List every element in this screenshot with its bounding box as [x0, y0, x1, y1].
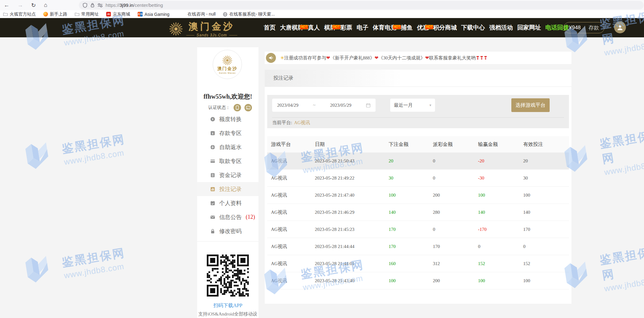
- bookmark-label: 火狐官方站点: [10, 12, 36, 17]
- qr-download-link[interactable]: 扫码下载APP: [197, 302, 258, 309]
- nav-item[interactable]: 积分商城: [431, 24, 459, 32]
- valid-bet-cell: 0: [519, 244, 569, 249]
- bookmark-item[interactable]: 常用网址: [75, 12, 99, 17]
- sidebar-item-deposit[interactable]: ¥存款专区: [197, 126, 258, 140]
- nav-item-label: 下载中心: [461, 24, 485, 31]
- platform-cell: AG视讯: [267, 158, 311, 164]
- nav-item[interactable]: 大唐棋牌HOT: [278, 24, 306, 32]
- platform-cell: AG视讯: [267, 175, 311, 181]
- nav-item[interactable]: 强档活动: [487, 24, 515, 32]
- bookmark-label: 在线客服系统- 聊天窗...: [229, 12, 275, 17]
- notice-text: ✳注册成功首存可参与❤《新手开户豪礼888》❤《30天内十二项成就》❤联系客服拿…: [280, 55, 488, 61]
- sidebar-item-lock[interactable]: 修改密码: [197, 224, 258, 238]
- date-range-input[interactable]: 2023/04/29 ~ 2023/05/29: [272, 99, 376, 112]
- nav-item[interactable]: 首页: [262, 24, 278, 32]
- payout-cell: 0: [429, 175, 474, 181]
- bet-amount-cell: 20: [385, 158, 429, 164]
- winloss-cell: 100: [474, 278, 519, 283]
- bet-amount-cell: 170: [385, 227, 429, 232]
- valid-bet-cell: 140: [519, 210, 569, 215]
- sidebar-item-label: 资金记录: [219, 171, 242, 179]
- bookmark-item[interactable]: 火狐官方站点: [3, 12, 36, 17]
- platform-cell: AG视讯: [267, 278, 311, 284]
- sidebar-item-label: 个人资料: [219, 199, 242, 207]
- phone-cert-icon[interactable]: [234, 104, 241, 111]
- nav-item[interactable]: 优惠HOT: [415, 24, 431, 32]
- valid-bet-cell: 100: [519, 278, 569, 283]
- watermark-url: www.jhdb8.com: [604, 158, 644, 177]
- back-button[interactable]: ←: [4, 2, 9, 8]
- notice-segment: ❣❣❣: [476, 55, 488, 60]
- sidebar-item-label: 自助返水: [219, 143, 242, 151]
- watermark-url: www.jhdb8.com: [604, 274, 644, 293]
- sidebar-item-betting-record[interactable]: 投注记录: [197, 182, 258, 196]
- sidebar-item-label: 修改密码: [219, 227, 242, 235]
- sidebar-item-profile[interactable]: 个人资料: [197, 196, 258, 210]
- table-row: AG视讯2023-05-28 21:47:40100200100100: [267, 187, 569, 204]
- protections-toggle-icon[interactable]: [97, 3, 103, 7]
- nav-item[interactable]: 真人: [306, 24, 322, 32]
- watermark-logo-icon: [21, 251, 63, 290]
- date-cell: 2023-05-28 21:43:40: [311, 278, 385, 283]
- nav-item-label: 首页: [264, 24, 276, 31]
- nav-item[interactable]: 彩票: [338, 24, 354, 32]
- watermark-url: www.jhdb8.com: [604, 39, 644, 58]
- qr-support-note: 支持iOS&Android全部移动设备: [197, 311, 258, 318]
- reload-button[interactable]: ↻: [31, 2, 36, 9]
- bookmark-item[interactable]: AGAsia Gaming: [138, 12, 169, 17]
- nav-item[interactable]: 电子: [354, 24, 371, 32]
- profile-icon: [210, 201, 215, 206]
- platform-cell: AG视讯: [267, 209, 311, 215]
- address-bar[interactable]: https://3j99.in/center/betting: [79, 1, 644, 9]
- deposit-button[interactable]: 存款: [589, 24, 599, 31]
- nav-item[interactable]: 棋牌HOT: [322, 24, 338, 32]
- notice-segment: 注册成功首存可参与: [284, 55, 326, 60]
- balance-amount: ¥948: [569, 25, 581, 31]
- forward-button[interactable]: →: [17, 2, 23, 8]
- folder-icon: [75, 12, 79, 16]
- watermark: 鉴黑担保网www.jhdb8.com: [21, 241, 129, 290]
- bookmark-item[interactable]: 新手上路: [43, 12, 67, 17]
- watermark-url: www.jhdb8.com: [63, 261, 128, 280]
- card-cert-icon[interactable]: [244, 104, 252, 111]
- user-avatar[interactable]: [614, 21, 626, 33]
- person-icon: [617, 24, 623, 31]
- site-logo[interactable]: 澳门金沙 Sands 3Js.Com: [169, 20, 237, 37]
- sidebar-item-message[interactable]: 信息公告(12): [197, 210, 258, 224]
- betting-table: 游戏平台日期下注金额派彩金额输赢金额有效投注AG视讯2023-05-28 21:…: [267, 136, 569, 289]
- table-row: AG视讯2023-05-28 21:46:29140280140140: [267, 204, 569, 221]
- payout-cell: 312: [429, 261, 474, 266]
- nav-item[interactable]: 捕鱼: [399, 24, 415, 32]
- sidebar-item-withdraw[interactable]: 取款专区: [197, 154, 258, 168]
- date-range-select[interactable]: 最近一月 ▾: [390, 99, 435, 112]
- nav-item-label: 回家网址: [517, 24, 541, 31]
- sidebar: 澳门金沙 Sands Macao ffhw55wh,欢迎您! 认证状态： ¥额度…: [197, 47, 258, 318]
- filter-panel: 2023/04/29 ~ 2023/05/29 最近一月 ▾ 选择游戏平台 当前…: [267, 95, 569, 128]
- calendar-icon: [366, 103, 371, 108]
- sidebar-item-rebate[interactable]: 自助返水: [197, 140, 258, 154]
- nav-item[interactable]: 下载中心: [459, 24, 487, 32]
- platform-cell: AG视讯: [267, 244, 311, 250]
- sidebar-item-label: 额度转换: [219, 115, 242, 123]
- nav-item-label: 积分商城: [433, 24, 457, 31]
- bookmark-label: 常用网址: [81, 12, 99, 17]
- bookmarks-bar: 火狐官方站点新手上路常用网址JD京东商城AGAsia Gaming在线咨询 - …: [0, 10, 644, 18]
- nav-item[interactable]: 回家网址: [515, 24, 543, 32]
- home-button[interactable]: ⌂: [44, 2, 47, 8]
- site-header: 澳门金沙 Sands 3Js.Com 首页大唐棋牌HOT真人棋牌HOT彩票电子体…: [0, 18, 644, 37]
- watermark-title: 鉴黑担保网: [599, 243, 644, 283]
- sidebar-item-exchange[interactable]: ¥额度转换: [197, 112, 258, 126]
- nav-item[interactable]: 体育电竞HOT: [371, 24, 399, 32]
- bookmark-item[interactable]: JD京东商城: [106, 12, 130, 17]
- sidebar-item-label: 取款专区: [219, 157, 242, 165]
- betting-record-icon: [210, 187, 215, 192]
- nav-item-label: 电子: [357, 24, 368, 31]
- notice-segment: ❤: [326, 55, 330, 60]
- payout-cell: 0: [429, 158, 474, 164]
- platform-cell: AG视讯: [267, 192, 311, 198]
- bookmark-item[interactable]: 在线咨询 - null: [187, 12, 215, 17]
- balance-deposit-pill[interactable]: ¥948 存款: [564, 22, 604, 33]
- choose-platform-button[interactable]: 选择游戏平台: [511, 98, 550, 112]
- bookmark-item[interactable]: 在线客服系统- 聊天窗...: [223, 12, 275, 17]
- sidebar-item-funds-record[interactable]: 资金记录: [197, 168, 258, 182]
